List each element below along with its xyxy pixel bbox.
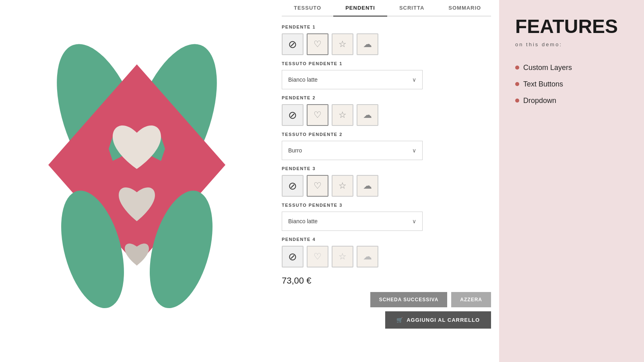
pendente1-shape-none[interactable]: ⊘ (282, 33, 303, 55)
pendente4-shape-row: ⊘ ♡ ☆ ☁ (282, 246, 491, 267)
pendente2-shape-row: ⊘ ♡ ☆ ☁ (282, 104, 491, 126)
next-step-button[interactable]: SCHEDA SUCCESSIVA (370, 292, 448, 307)
pendente2-fabric-value: Burro (288, 147, 302, 154)
pendente3-shape-star[interactable]: ☆ (332, 175, 353, 197)
pendente2-fabric-label: TESSUTO PENDENTE 2 (282, 132, 491, 137)
pendente4-shape-cloud[interactable]: ☁ (357, 246, 378, 267)
tab-sommario[interactable]: SOMMARIO (436, 0, 493, 16)
feature-label-0: Custom Layers (523, 64, 572, 72)
pendente1-fabric-dropdown[interactable]: Bianco latte ∨ (282, 70, 423, 89)
main-content: TESSUTO PENDENTI SCRITTA SOMMARIO PENDEN… (274, 0, 499, 362)
pendente2-label: PENDENTE 2 (282, 95, 491, 100)
pendente1-shape-star[interactable]: ☆ (332, 33, 353, 55)
feature-item-2: Dropdown (515, 97, 628, 105)
pendente1-fabric-value: Bianco latte (288, 76, 318, 83)
pendente2-shape-star[interactable]: ☆ (332, 104, 353, 126)
pendente4-shape-heart[interactable]: ♡ (307, 246, 328, 267)
tabs-bar: TESSUTO PENDENTI SCRITTA SOMMARIO (282, 0, 491, 16)
product-price: 73,00 € (282, 276, 491, 286)
pendente2-fabric-dropdown[interactable]: Burro ∨ (282, 141, 423, 160)
tab-pendenti[interactable]: PENDENTI (333, 0, 387, 16)
reset-button[interactable]: AZZERA (451, 292, 491, 307)
pendente3-fabric-dropdown[interactable]: Bianco latte ∨ (282, 212, 423, 231)
pendente2-shape-heart[interactable]: ♡ (307, 104, 328, 126)
action-row-1: SCHEDA SUCCESSIVA AZZERA (282, 292, 491, 307)
features-panel: FEATURES on this demo: Custom Layers Tex… (499, 0, 644, 362)
pendente3-shape-heart[interactable]: ♡ (307, 175, 328, 197)
feature-bullet-2 (515, 99, 519, 103)
pendente2-dropdown-arrow: ∨ (412, 147, 416, 154)
features-subtitle: on this demo: (515, 41, 628, 47)
pendente3-fabric-value: Bianco latte (288, 218, 318, 224)
pendente3-shape-cloud[interactable]: ☁ (357, 175, 378, 197)
add-to-cart-button[interactable]: 🛒 AGGIUNGI AL CARRELLO (385, 311, 491, 329)
cart-icon: 🛒 (396, 317, 403, 323)
pendente3-label: PENDENTE 3 (282, 166, 491, 171)
pendente1-shape-heart[interactable]: ♡ (307, 33, 328, 55)
feature-item-1: Text Buttons (515, 80, 628, 88)
pendente2-shape-none[interactable]: ⊘ (282, 104, 303, 126)
pendente1-shape-cloud[interactable]: ☁ (357, 33, 378, 55)
feature-bullet-0 (515, 66, 519, 70)
feature-bullet-1 (515, 82, 519, 86)
pendente3-shape-row: ⊘ ♡ ☆ ☁ (282, 175, 491, 197)
product-image-area (0, 0, 274, 362)
pendente3-fabric-label: TESSUTO PENDENTE 3 (282, 203, 491, 208)
features-title: FEATURES (515, 16, 628, 37)
pendente4-shape-star[interactable]: ☆ (332, 246, 353, 267)
pendente1-shape-row: ⊘ ♡ ☆ ☁ (282, 33, 491, 55)
feature-item-0: Custom Layers (515, 64, 628, 72)
feature-label-1: Text Buttons (523, 80, 563, 88)
pendente1-dropdown-arrow: ∨ (412, 76, 416, 83)
pendente1-label: PENDENTE 1 (282, 25, 491, 29)
pendente3-shape-none[interactable]: ⊘ (282, 175, 303, 197)
feature-label-2: Dropdown (523, 97, 556, 105)
add-to-cart-label: AGGIUNGI AL CARRELLO (407, 317, 480, 323)
tab-tessuto[interactable]: TESSUTO (282, 0, 333, 16)
pendente4-label: PENDENTE 4 (282, 237, 491, 242)
pendente4-shape-none[interactable]: ⊘ (282, 246, 303, 267)
tab-scritta[interactable]: SCRITTA (387, 0, 436, 16)
pendente1-fabric-label: TESSUTO PENDENTE 1 (282, 61, 491, 66)
pendente3-dropdown-arrow: ∨ (412, 218, 416, 224)
action-row-2: 🛒 AGGIUNGI AL CARRELLO (282, 311, 491, 329)
product-image (32, 40, 242, 322)
pendente2-shape-cloud[interactable]: ☁ (357, 104, 378, 126)
